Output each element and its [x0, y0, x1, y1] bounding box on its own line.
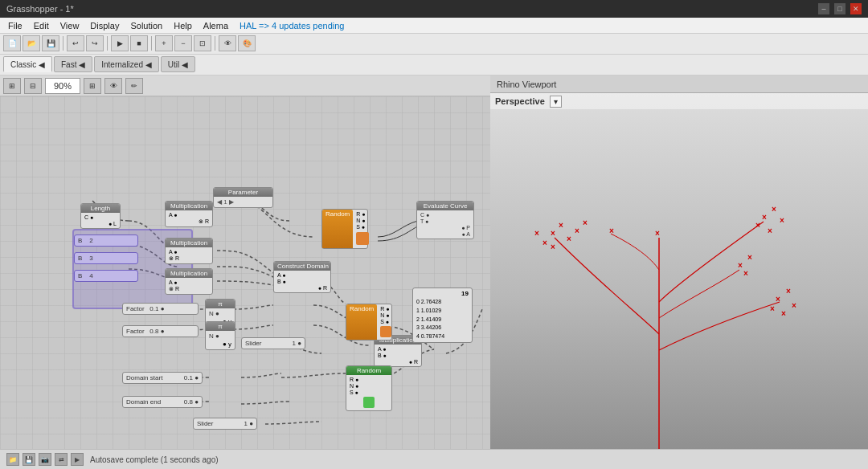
node-evaluate-curve[interactable]: Evaluate Curve C ● T ● ● P ● A	[416, 201, 474, 239]
node-random2[interactable]: Random R ● N ● S ●	[346, 304, 392, 341]
cd1-a: A ●	[277, 272, 327, 278]
status-icon-camera[interactable]: 📷	[39, 453, 51, 466]
status-icon-arrows[interactable]: ⇄	[55, 453, 68, 466]
output-v3: 2 1.41409	[416, 316, 469, 324]
menu-help[interactable]: Help	[169, 19, 197, 32]
tb-run[interactable]: ▶	[111, 35, 129, 51]
node-factor2[interactable]: Factor 0.8 ●	[122, 325, 199, 337]
node-parameter[interactable]: Parameter ◀ 1 ▶	[213, 187, 273, 208]
menu-alema[interactable]: Alema	[199, 19, 233, 32]
node-mult2[interactable]: Multiplication A ● ⊗ R	[165, 238, 213, 264]
minimize-button[interactable]: –	[818, 3, 829, 14]
tb-open[interactable]: 📂	[23, 35, 40, 51]
mult2-a: A ●	[169, 249, 209, 255]
toolbar-sep3	[151, 36, 152, 51]
de1-val: Domain end0.8 ●	[126, 398, 199, 406]
tab-fast[interactable]: Fast ◀	[54, 56, 92, 72]
node-random3[interactable]: Random R ● N ● S ●	[346, 365, 392, 411]
status-icon-save[interactable]: 💾	[23, 453, 35, 466]
node-domain-end1[interactable]: Domain end0.8 ●	[122, 396, 203, 408]
viewport-dropdown[interactable]: ▾	[550, 96, 562, 108]
tb-zoom-out[interactable]: −	[174, 35, 192, 51]
tb-color[interactable]: 🎨	[238, 35, 256, 51]
menu-display[interactable]: Display	[85, 19, 124, 32]
r1-port-s: S ●	[356, 224, 369, 230]
svg-text:×: ×	[780, 216, 784, 225]
canvas-icon3[interactable]: ⊞	[84, 78, 101, 94]
tb-undo[interactable]: ↩	[67, 35, 84, 51]
node-random1[interactable]: Random R ● N ● S ●	[321, 209, 368, 249]
b2-val: B 3	[78, 255, 134, 262]
tab-classic[interactable]: Classic ◀	[3, 56, 52, 72]
node-random1-label: Random	[322, 210, 353, 248]
tb-zoom-fit[interactable]: ⊡	[194, 35, 211, 51]
node-slider1[interactable]: Slider1 ●	[241, 337, 305, 349]
statusbar: 📁 💾 📷 ⇄ ▶ Autosave complete (1 seconds a…	[0, 449, 868, 469]
canvas-icon4[interactable]: 👁	[104, 78, 122, 94]
mm-b: B ●	[378, 353, 418, 358]
b1-val: B 2	[78, 237, 134, 244]
node-cd1-label: Construct Domain	[274, 262, 330, 271]
tab-util[interactable]: Util ◀	[161, 56, 195, 72]
node-pi2[interactable]: π N ● ● y	[205, 321, 235, 350]
app-title: Grasshopper - 1*	[6, 4, 74, 14]
svg-text:×: ×	[770, 304, 775, 313]
ds1-val: Domain start0.1 ●	[126, 374, 199, 381]
tb-preview[interactable]: 👁	[219, 35, 236, 51]
viewport-header-label: Rhino Viewport	[497, 80, 556, 89]
canvas-icon2[interactable]: ⊟	[24, 78, 42, 94]
ec-port-p: ● P	[420, 225, 470, 230]
r1-port-r: R ●	[356, 211, 369, 217]
node-slider2[interactable]: Slider1 ●	[193, 418, 257, 430]
tab-internalized[interactable]: Internalized ◀	[94, 56, 158, 72]
b3-val: B 4	[78, 272, 134, 279]
node-b2[interactable]: B 3	[74, 252, 138, 264]
toolbar-sep2	[107, 36, 108, 51]
menu-hal[interactable]: HAL => 4 updates pending	[235, 19, 349, 32]
canvas-icon1[interactable]: ⊞	[3, 78, 21, 94]
node-mult3-label: Multiplication	[166, 269, 212, 278]
tb-save[interactable]: 💾	[42, 35, 59, 51]
svg-text:×: ×	[768, 226, 772, 235]
node-construct-domain1[interactable]: Construct Domain A ● B ● ● R	[273, 261, 331, 293]
node-factor1[interactable]: Factor 0.1 ●	[122, 303, 199, 315]
svg-text:×: ×	[542, 239, 547, 247]
canvas-icon5[interactable]: ✏	[125, 78, 143, 94]
node-mult1[interactable]: Multiplication A ● ⊗ R	[165, 201, 213, 227]
gh-canvas[interactable]: Parameter ◀ 1 ▶ Evaluate Curve C ● T ● ●…	[0, 96, 490, 449]
status-icon-next[interactable]: ▶	[71, 453, 84, 466]
tb-zoom-in[interactable]: +	[155, 35, 173, 51]
status-message: Autosave complete (1 seconds ago)	[90, 455, 219, 464]
node-evaluate-curve-label: Evaluate Curve	[417, 202, 473, 210]
svg-text:×: ×	[609, 226, 614, 235]
maximize-button[interactable]: □	[834, 3, 845, 14]
tb-redo[interactable]: ↪	[86, 35, 104, 51]
node-b3[interactable]: B 4	[74, 270, 138, 282]
node-b1[interactable]: B 2	[74, 234, 138, 247]
rhino-viewport[interactable]: Rhino Viewport Perspective ▾	[490, 75, 868, 449]
menu-file[interactable]: File	[3, 19, 27, 32]
menu-view[interactable]: View	[55, 19, 84, 32]
r3-r: R ●	[350, 377, 388, 382]
factor2-val: Factor 0.8 ●	[126, 328, 194, 335]
svg-text:×: ×	[792, 301, 796, 310]
menu-solution[interactable]: Solution	[125, 19, 167, 32]
slider2-val: Slider1 ●	[197, 420, 253, 427]
close-button[interactable]: ✕	[850, 3, 862, 14]
mult1-a: A ●	[169, 212, 209, 218]
tb-new[interactable]: 📄	[3, 35, 21, 51]
status-icon-folder[interactable]: 📁	[6, 453, 19, 466]
tb-stop[interactable]: ■	[130, 35, 148, 51]
node-output[interactable]: 19 0 2.76428 1 1.01029 2 1.41409 3 3.442…	[412, 288, 473, 343]
toolbar2: Classic ◀ Fast ◀ Internalized ◀ Util ◀	[0, 55, 868, 75]
menu-edit[interactable]: Edit	[29, 19, 54, 32]
node-length[interactable]: Length C ● ● L	[80, 203, 121, 229]
node-mult3[interactable]: Multiplication A ● ⊗ R	[165, 268, 213, 295]
mult2-s: ⊗ R	[169, 255, 209, 262]
toolbar-sep4	[215, 36, 215, 51]
zoom-display[interactable]: 90%	[45, 78, 80, 94]
svg-text:×: ×	[559, 221, 563, 230]
node-domain-start1[interactable]: Domain start0.1 ●	[122, 372, 203, 384]
factor1-val: Factor 0.1 ●	[126, 305, 194, 312]
viewport-perspective-label: Perspective	[495, 96, 545, 106]
